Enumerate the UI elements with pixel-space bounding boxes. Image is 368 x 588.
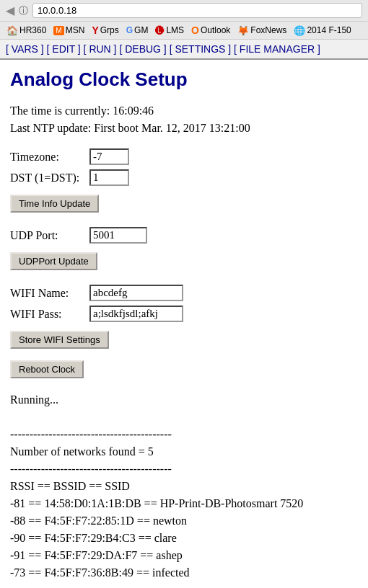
wifi-pass-label: WIFI Pass: — [10, 308, 89, 321]
timezone-input[interactable] — [89, 148, 129, 165]
wifi-pass-input[interactable] — [89, 306, 183, 322]
dst-label: DST (1=DST): — [10, 172, 89, 184]
bookmark-lms[interactable]: 🅛 LMS — [153, 24, 186, 37]
output-area: Running... -----------------------------… — [10, 391, 358, 582]
info-icon: ⓘ — [19, 4, 28, 17]
udp-port-input[interactable] — [89, 227, 147, 244]
bookmark-foxnews[interactable]: 🦊 FoxNews — [235, 24, 289, 37]
dst-row: DST (1=DST): — [10, 169, 358, 186]
timezone-label: Timezone: — [10, 151, 89, 164]
store-wifi-button[interactable]: Store WIFI Settings — [10, 331, 109, 349]
bookmarks-bar: 🏠 HR360 M MSN Y Grps G GM 🅛 LMS O Outloo… — [0, 22, 368, 40]
ntp-label: Last NTP update: First boot Mar. 12, 201… — [10, 120, 358, 137]
reboot-btn-wrapper: Reboot Clock — [10, 356, 358, 386]
url-bar[interactable]: 10.0.0.18 — [32, 3, 362, 18]
browser-bar: ◀ ⓘ 10.0.0.18 — [0, 0, 368, 22]
main-content: Analog Clock Setup The time is currently… — [0, 60, 368, 588]
current-time-label: The time is currently: 16:09:46 — [10, 102, 358, 120]
bookmark-msn[interactable]: M MSN — [51, 24, 87, 36]
udp-port-label: UDP Port: — [10, 229, 89, 242]
time-update-button[interactable]: Time Info Update — [10, 195, 99, 213]
udp-update-btn-wrapper: UDPPort Update — [10, 248, 358, 277]
bookmark-outlook[interactable]: O Outlook — [189, 24, 232, 37]
wifi-name-input[interactable] — [89, 285, 183, 301]
nav-bar: [ VARS ] [ EDIT ] [ RUN ] [ DEBUG ] [ SE… — [0, 40, 368, 60]
udp-port-row: UDP Port: — [10, 227, 358, 244]
udp-update-button[interactable]: UDPPort Update — [10, 252, 97, 270]
time-info: The time is currently: 16:09:46 Last NTP… — [10, 102, 358, 137]
wifi-pass-row: WIFI Pass: — [10, 306, 358, 322]
bookmark-gm[interactable]: G GM — [124, 24, 151, 36]
wifi-name-label: WIFI Name: — [10, 287, 89, 300]
nav-items[interactable]: [ VARS ] [ EDIT ] [ RUN ] [ DEBUG ] [ SE… — [6, 43, 320, 55]
wifi-name-row: WIFI Name: — [10, 285, 358, 301]
back-button[interactable]: ◀ — [6, 4, 14, 17]
bookmark-2014f150[interactable]: 🌐 2014 F-150 — [292, 24, 353, 37]
page-title: Analog Clock Setup — [10, 68, 358, 91]
reboot-clock-button[interactable]: Reboot Clock — [10, 360, 84, 378]
store-wifi-btn-wrapper: Store WIFI Settings — [10, 326, 358, 356]
bookmark-hr360[interactable]: 🏠 HR360 — [4, 24, 48, 37]
bookmark-grps[interactable]: Y Grps — [89, 24, 121, 37]
timezone-row: Timezone: — [10, 148, 358, 165]
dst-input[interactable] — [89, 169, 129, 186]
time-update-btn-wrapper: Time Info Update — [10, 190, 358, 220]
